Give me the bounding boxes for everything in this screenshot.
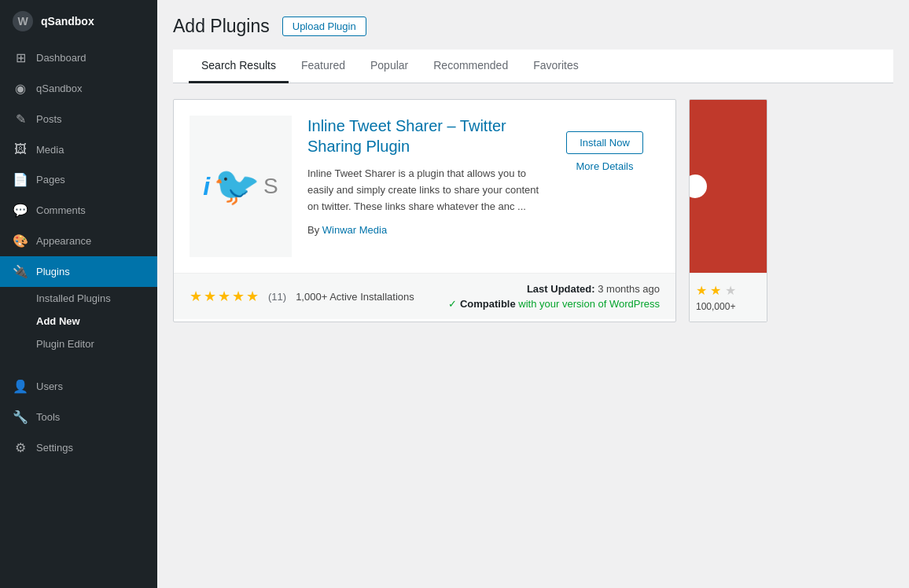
sidebar-item-label: Pages [36, 174, 65, 186]
plugin-card-partial: ★ ★ ★ 100,000+ [689, 99, 767, 322]
star-4: ★ [232, 288, 245, 305]
star-rating: ★ ★ ★ ★ ★ [190, 288, 259, 305]
star-3: ★ [218, 288, 230, 305]
sidebar-subitem-plugin-editor[interactable]: Plugin Editor [0, 333, 157, 355]
plugin-right-meta: Last Updated: 3 months ago ✓ Compatible … [448, 283, 660, 310]
plugin-author: By Winwar Media [307, 224, 542, 236]
plugin-icon-area: i 🐦 S [203, 164, 278, 208]
sidebar-item-label: Dashboard [36, 52, 86, 64]
partial-card-image [690, 100, 767, 273]
plugin-card-thumbnail: i 🐦 S [190, 116, 292, 257]
content-area: Add Plugins Upload Plugin Search Results… [157, 0, 909, 588]
settings-icon: ⚙ [13, 440, 28, 455]
tab-popular[interactable]: Popular [358, 50, 421, 83]
tools-icon: 🔧 [13, 410, 28, 424]
partial-circle-icon [689, 175, 707, 198]
install-now-button[interactable]: Install Now [566, 131, 643, 154]
sidebar-item-label: Media [36, 144, 64, 156]
sidebar-item-settings[interactable]: ⚙ Settings [0, 432, 157, 463]
sidebar-item-appearance[interactable]: 🎨 Appearance [0, 226, 157, 256]
appearance-icon: 🎨 [13, 233, 28, 248]
plugin-card-top: i 🐦 S Inline Tweet Sharer – Twitter Shar… [174, 100, 675, 273]
wp-logo-icon: W [13, 11, 33, 31]
sidebar-item-label: Posts [36, 113, 62, 125]
tabs-bar: Search Results Featured Popular Recommen… [173, 50, 893, 83]
partial-star-rating: ★ ★ ★ [696, 283, 760, 298]
sidebar-item-comments[interactable]: 💬 Comments [0, 195, 157, 226]
review-count: (11) [268, 291, 286, 303]
sidebar-item-label: Comments [36, 204, 86, 216]
more-details-link[interactable]: More Details [576, 160, 634, 172]
upload-plugin-button[interactable]: Upload Plugin [282, 17, 366, 36]
tab-featured[interactable]: Featured [289, 50, 358, 83]
author-prefix: By [307, 224, 319, 236]
plugin-name: Inline Tweet Sharer – Twitter Sharing Pl… [307, 116, 542, 156]
sidebar-subitem-installed-plugins[interactable]: Installed Plugins [0, 287, 157, 310]
plugin-description: Inline Tweet Sharer is a plugin that all… [307, 166, 542, 215]
twitter-bird-icon: 🐦 [213, 164, 260, 208]
plugin-editor-label: Plugin Editor [36, 338, 94, 350]
check-icon: ✓ [448, 298, 460, 310]
tab-favorites[interactable]: Favorites [521, 50, 591, 83]
author-link[interactable]: Winwar Media [322, 224, 387, 236]
wp-icon-letter: W [17, 15, 28, 28]
page-header: Add Plugins Upload Plugin [173, 16, 893, 37]
page-title: Add Plugins [173, 16, 270, 37]
site-name: qSandbox [41, 15, 94, 28]
add-new-label: Add New [36, 315, 80, 327]
qsandbox-icon: ◉ [13, 81, 28, 96]
partial-star-2: ★ [710, 284, 721, 297]
sidebar-item-label: Settings [36, 442, 73, 454]
compatible-suffix: with your version of WordPress [518, 298, 660, 310]
sidebar-item-users[interactable]: 👤 Users [0, 371, 157, 402]
tab-search-results[interactable]: Search Results [189, 50, 289, 83]
partial-card-bottom: ★ ★ ★ 100,000+ [690, 273, 767, 322]
star-2: ★ [204, 288, 216, 305]
star-5: ★ [246, 288, 259, 305]
plugin-card-inline-tweet: i 🐦 S Inline Tweet Sharer – Twitter Shar… [173, 99, 676, 322]
plugin-left-meta: ★ ★ ★ ★ ★ (11) 1,000+ Active Installatio… [190, 288, 414, 305]
sidebar-subitem-add-new[interactable]: Add New [0, 310, 157, 333]
sidebar-item-label: Users [36, 380, 63, 392]
last-updated-label: Last Updated: [527, 283, 595, 295]
sidebar: W qSandbox ⊞ Dashboard ◉ qSandbox ✎ Post… [0, 0, 157, 588]
i-letter-icon: i [203, 172, 210, 201]
main-content: Add Plugins Upload Plugin Search Results… [157, 0, 909, 588]
plugins-icon: 🔌 [13, 264, 28, 279]
installed-plugins-label: Installed Plugins [36, 292, 111, 304]
partial-installs: 100,000+ [696, 301, 760, 312]
compatibility-status: ✓ Compatible with your version of WordPr… [448, 298, 660, 310]
plugin-cards-area: i 🐦 S Inline Tweet Sharer – Twitter Shar… [173, 99, 893, 322]
sidebar-item-label: Tools [36, 411, 60, 423]
media-icon: 🖼 [13, 142, 28, 156]
dashboard-icon: ⊞ [13, 50, 28, 65]
sidebar-item-label: qSandbox [36, 83, 83, 94]
star-1: ★ [190, 288, 202, 305]
partial-star-3: ★ [725, 284, 736, 297]
s-letter-icon: S [263, 174, 278, 199]
compatible-label: Compatible [460, 298, 516, 310]
plugin-card-bottom: ★ ★ ★ ★ ★ (11) 1,000+ Active Installatio… [174, 273, 675, 319]
tab-recommended[interactable]: Recommended [421, 50, 521, 83]
sidebar-item-label: Plugins [36, 266, 70, 277]
comments-icon: 💬 [13, 203, 28, 218]
sidebar-item-pages[interactable]: 📄 Pages [0, 164, 157, 195]
active-installs: 1,000+ Active Installations [296, 291, 414, 303]
pages-icon: 📄 [13, 172, 28, 187]
partial-star-1: ★ [696, 284, 707, 297]
plugin-card-action: Install Now More Details [558, 116, 660, 257]
sidebar-item-tools[interactable]: 🔧 Tools [0, 402, 157, 432]
sidebar-item-qsandbox[interactable]: ◉ qSandbox [0, 73, 157, 104]
sidebar-item-label: Appearance [36, 235, 91, 247]
sidebar-item-posts[interactable]: ✎ Posts [0, 104, 157, 134]
sidebar-item-plugins[interactable]: 🔌 Plugins [0, 256, 157, 287]
sidebar-item-media[interactable]: 🖼 Media [0, 134, 157, 164]
sidebar-item-dashboard[interactable]: ⊞ Dashboard [0, 42, 157, 73]
plugin-card-content: Inline Tweet Sharer – Twitter Sharing Pl… [307, 116, 542, 257]
last-updated-value: 3 months ago [598, 283, 660, 295]
posts-icon: ✎ [13, 112, 28, 127]
sidebar-brand: W qSandbox [0, 0, 157, 42]
users-icon: 👤 [13, 379, 28, 394]
last-updated: Last Updated: 3 months ago [527, 283, 660, 295]
